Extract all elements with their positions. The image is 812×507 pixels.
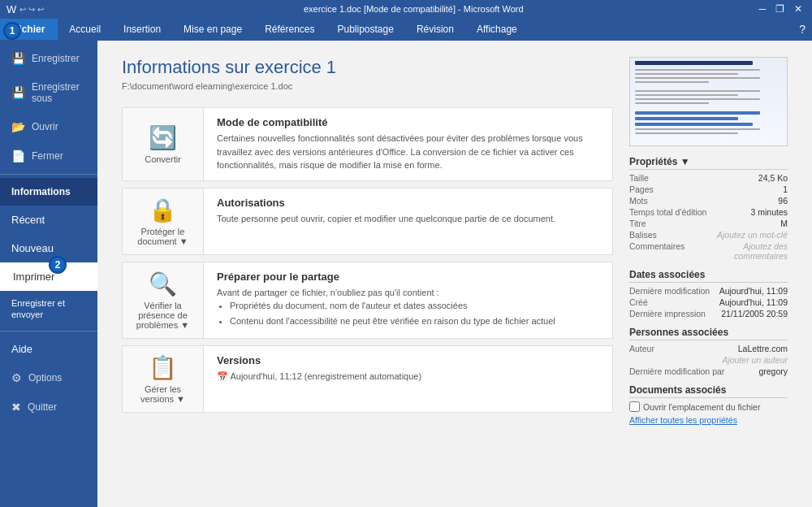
open-location-checkbox[interactable] xyxy=(629,401,640,412)
annotation-2: 2 xyxy=(49,256,67,274)
date-value: Aujourd'hui, 11:09 xyxy=(719,297,788,307)
window-controls: ─ ❐ ✕ xyxy=(755,3,806,15)
property-row: CommentairesAjoutez des commentaires xyxy=(629,241,788,261)
date-row: Dernière impression21/11/2005 20:59 xyxy=(629,309,788,318)
quit-icon: ✖ xyxy=(11,401,21,414)
sidebar-item-aide[interactable]: Aide xyxy=(0,335,97,363)
compatibilite-body: Mode de compatibilité Certaines nouvelle… xyxy=(204,108,612,180)
sidebar-divider-2 xyxy=(0,331,97,332)
property-row: Taille24,5 Ko xyxy=(629,173,788,183)
property-row: BalisesAjoutez un mot-clé xyxy=(629,230,788,240)
tab-references[interactable]: Références xyxy=(253,18,326,41)
window-title: exercice 1.doc [Mode de compatibilité] -… xyxy=(71,4,755,14)
preview-line xyxy=(635,111,760,115)
person-value: gregory xyxy=(758,366,788,376)
help-icon[interactable]: ? xyxy=(793,23,812,36)
tab-insertion[interactable]: Insertion xyxy=(112,18,172,41)
convertir-button[interactable]: 🔄 Convertir xyxy=(123,108,204,180)
persons-section: Personnes associées AuteurLaLettre.comAj… xyxy=(629,327,788,376)
tab-affichage[interactable]: Affichage xyxy=(465,18,529,41)
close-button[interactable]: ✕ xyxy=(791,3,806,15)
autorisations-body: Autorisations Toute personne peut ouvrir… xyxy=(204,188,612,254)
property-value: 96 xyxy=(778,196,788,206)
property-value: Ajoutez des commentaires xyxy=(698,241,788,261)
docs-header: Documents associés xyxy=(629,384,788,398)
options-icon: ⚙ xyxy=(11,371,22,384)
gerer-versions-button[interactable]: 📋 Gérer les versions ▼ xyxy=(123,346,204,412)
tab-accueil[interactable]: Accueil xyxy=(58,18,112,41)
date-label: Créé xyxy=(629,297,648,307)
restore-button[interactable]: ❐ xyxy=(772,3,788,15)
property-label: Pages xyxy=(629,184,654,194)
tab-mise-en-page[interactable]: Mise en page xyxy=(172,18,253,41)
sidebar-item-informations[interactable]: Informations xyxy=(0,178,97,206)
date-label: Dernière impression xyxy=(629,309,706,318)
preview-line xyxy=(635,117,738,120)
property-row: TitreM xyxy=(629,219,788,228)
sidebar-item-recent[interactable]: Récent xyxy=(0,206,97,234)
sidebar: 💾 Enregistrer 💾 Enregistrer sous 📂 Ouvri… xyxy=(0,41,97,507)
info-sections: 🔄 Convertir Mode de compatibilité Certai… xyxy=(122,107,613,413)
open-icon: 📂 xyxy=(11,120,25,133)
property-label: Temps total d'édition xyxy=(629,207,706,217)
properties-header[interactable]: Propriétés ▼ xyxy=(629,156,788,170)
properties-section: Propriétés ▼ Taille24,5 KoPages1Mots96Te… xyxy=(629,156,788,261)
preview-line xyxy=(635,73,738,75)
sidebar-item-quitter[interactable]: ✖ Quitter xyxy=(0,392,97,422)
versions-icon: 📋 xyxy=(149,354,177,381)
tab-revision[interactable]: Révision xyxy=(405,18,465,41)
preview-line xyxy=(635,132,738,134)
person-label: Dernière modification par xyxy=(629,366,724,376)
date-value: Aujourd'hui, 11:09 xyxy=(719,286,788,296)
doc-preview xyxy=(629,57,788,146)
sidebar-item-enregistrer[interactable]: 💾 Enregistrer xyxy=(0,44,97,73)
sidebar-item-ouvrir[interactable]: 📂 Ouvrir xyxy=(0,112,97,141)
dates-header: Dates associées xyxy=(629,269,788,283)
date-value: 21/11/2005 20:59 xyxy=(721,309,788,318)
sidebar-item-enregistrer-envoyer[interactable]: Enregistrer et envoyer xyxy=(0,291,97,327)
autorisations-icon: 🔒 xyxy=(149,197,177,223)
property-label: Titre xyxy=(629,219,646,228)
sidebar-item-enregistrer-sous[interactable]: 💾 Enregistrer sous xyxy=(0,73,97,112)
sidebar-item-options[interactable]: ⚙ Options xyxy=(0,363,97,392)
property-value: 3 minutes xyxy=(750,207,788,217)
property-row: Pages1 xyxy=(629,184,788,194)
list-item: Contenu dont l'accessibilité ne peut êtr… xyxy=(230,314,599,328)
sidebar-item-fermer[interactable]: 📄 Fermer xyxy=(0,141,97,171)
person-value: LaLettre.com xyxy=(738,344,788,353)
person-row: AuteurLaLettre.com xyxy=(629,344,788,353)
ribbon: Fichier 1 Accueil Insertion Mise en page… xyxy=(0,18,812,41)
properties-rows: Taille24,5 KoPages1Mots96Temps total d'é… xyxy=(629,173,788,261)
sidebar-divider-1 xyxy=(0,174,97,175)
title-bar: W ↩ ↪ ↩ exercice 1.doc [Mode de compatib… xyxy=(0,0,812,18)
annotation-1: 1 xyxy=(3,22,21,40)
content-area: Informations sur exercice 1 F:\document\… xyxy=(97,41,812,507)
preview-line xyxy=(635,94,738,96)
property-label: Mots xyxy=(629,196,648,206)
person-value: Ajouter un auteur xyxy=(722,355,788,365)
preview-line xyxy=(635,81,709,83)
list-item: Propriétés du document, nom de l'auteur … xyxy=(230,299,599,313)
date-row: CrééAujourd'hui, 11:09 xyxy=(629,297,788,307)
preview-line xyxy=(635,77,760,79)
show-all-properties-link[interactable]: Afficher toutes les propriétés xyxy=(629,415,788,425)
proteger-button[interactable]: 🔒 Protéger le document ▼ xyxy=(123,188,204,254)
property-value: M xyxy=(780,219,788,228)
person-row: Ajouter un auteur xyxy=(629,355,788,365)
preview-line xyxy=(635,123,753,126)
info-path: F:\document\word elearning\exercice 1.do… xyxy=(122,81,613,91)
info-right: Propriétés ▼ Taille24,5 KoPages1Mots96Te… xyxy=(629,57,788,491)
verifier-button[interactable]: 🔍 Vérifier la présence de problèmes ▼ xyxy=(123,262,204,338)
save-as-icon: 💾 xyxy=(11,86,25,99)
tab-publipostage[interactable]: Publipostage xyxy=(326,18,405,41)
info-title: Informations sur exercice 1 xyxy=(122,57,613,78)
property-value: 1 xyxy=(783,184,788,194)
info-left: Informations sur exercice 1 F:\document\… xyxy=(122,57,613,491)
sidebar-item-nouveau[interactable]: Nouveau xyxy=(0,234,97,262)
section-compatibilite: 🔄 Convertir Mode de compatibilité Certai… xyxy=(122,107,613,181)
versions-body: Versions 📅 Aujourd'hui, 11:12 (enregistr… xyxy=(204,346,612,412)
date-row: Dernière modificationAujourd'hui, 11:09 xyxy=(629,286,788,296)
save-icon: 💾 xyxy=(11,52,25,65)
property-row: Temps total d'édition3 minutes xyxy=(629,207,788,217)
minimize-button[interactable]: ─ xyxy=(755,3,769,15)
